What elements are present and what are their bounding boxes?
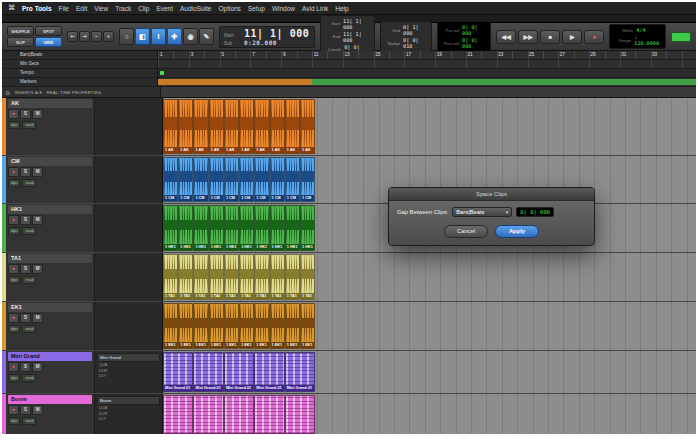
pre-roll-counter[interactable]: Pre-roll0| 0| 000 [441, 24, 487, 36]
main-counter[interactable]: Main 11| 1| 000 Sub 0:20.000 [219, 26, 315, 48]
solo-button[interactable]: S [20, 313, 31, 323]
audio-clip[interactable]: 1 TA1 [193, 254, 208, 300]
track-lane[interactable]: 1 TA11 TA11 TA11 TA11 TA11 TA11 TA11 TA1… [163, 253, 696, 301]
inserts-cell[interactable]: Mini GrandQUADURDLY [95, 351, 163, 393]
dyn-button[interactable]: dyn [8, 121, 20, 129]
solo-button[interactable]: S [20, 109, 31, 119]
gap-units-dropdown[interactable]: Bars|Beats ▾ [452, 207, 512, 217]
track-header[interactable]: Mini Grand●SMdynread [2, 351, 95, 393]
audio-clip[interactable]: 1 EK1 [193, 303, 208, 349]
inserts-cell[interactable]: BoomQUADURDLY [95, 394, 163, 434]
audio-clip[interactable]: 1 HK1 [239, 205, 254, 251]
zoom-out-button[interactable]: − [91, 31, 102, 42]
mute-button[interactable]: M [32, 362, 43, 372]
zoom-right-button[interactable]: ⇢ [79, 31, 90, 42]
audio-clip[interactable]: 1 EK1 [254, 303, 269, 349]
tempo-event-marker[interactable] [160, 71, 164, 75]
audio-clip[interactable]: 1 AK [178, 99, 193, 154]
midi-clip[interactable]: Boom-01 [224, 395, 254, 434]
audio-clip[interactable]: 1 AK [209, 99, 224, 154]
record-enable-button[interactable]: ● [8, 109, 19, 119]
audio-clip[interactable]: 1 EK1 [224, 303, 239, 349]
zoom-in-button[interactable]: + [103, 31, 114, 42]
audio-clip[interactable]: 1 TA1 [163, 254, 178, 300]
solo-button[interactable]: S [20, 215, 31, 225]
menu-item-audiosuite[interactable]: AudioSuite [180, 5, 211, 12]
mute-button[interactable]: M [32, 405, 43, 415]
midi-clip[interactable]: Boom-01 [254, 395, 284, 434]
audio-clip[interactable]: 1 AK [300, 99, 315, 154]
track-name[interactable]: EK1 [8, 303, 92, 312]
menu-item-track[interactable]: Track [115, 5, 131, 12]
scrubber-tool[interactable]: ◉ [183, 28, 198, 45]
inserts-cell[interactable] [95, 302, 163, 350]
tempo-ruler-lane[interactable] [158, 69, 696, 78]
dyn-button[interactable]: dyn [8, 374, 20, 382]
audio-clip[interactable]: 1 HK1 [163, 205, 178, 251]
audio-clip[interactable]: 1 CM [270, 157, 285, 202]
minsecs-ruler-lane[interactable] [158, 60, 696, 69]
audio-clip[interactable]: 1 CM [163, 157, 178, 202]
audio-clip[interactable]: 1 AK [224, 99, 239, 154]
inserts-cell[interactable] [95, 98, 163, 155]
automation-read-button[interactable]: read [22, 121, 36, 129]
mute-button[interactable]: M [32, 167, 43, 177]
dyn-button[interactable]: dyn [8, 276, 20, 284]
audio-clip[interactable]: 1 EK1 [209, 303, 224, 349]
solo-button[interactable]: S [20, 405, 31, 415]
ruler-label-tempo[interactable]: Tempo [2, 69, 157, 78]
insert-slot[interactable]: Boom [97, 396, 160, 405]
mute-button[interactable]: M [32, 215, 43, 225]
mute-button[interactable]: M [32, 264, 43, 274]
stop-button[interactable]: ■ [540, 30, 560, 44]
audio-clip[interactable]: 1 AK [163, 99, 178, 154]
edit-mode-spot[interactable]: SPOT [35, 26, 62, 36]
solo-button[interactable]: S [20, 264, 31, 274]
inserts-cell[interactable] [95, 156, 163, 203]
track-lane[interactable]: 1 AK1 AK1 AK1 AK1 AK1 AK1 AK1 AK1 AK1 AK [163, 98, 696, 155]
edit-mode-grid[interactable]: GRID [35, 37, 62, 47]
gap-value-field[interactable]: 0| 0| 000 [516, 207, 554, 217]
track-name[interactable]: Mini Grand [8, 352, 92, 361]
audio-clip[interactable]: 1 HK1 [270, 205, 285, 251]
bars-ruler-lane[interactable]: 13579111315171921232527293133 [158, 51, 696, 60]
midi-clip[interactable]: Boom-01 [285, 395, 315, 434]
mute-button[interactable]: M [32, 313, 43, 323]
tempo-value[interactable]: ♩ 120.0000 [634, 34, 662, 46]
ruler-label-barsbeats[interactable]: Bars|Beats [2, 51, 157, 60]
mute-button[interactable]: M [32, 109, 43, 119]
midi-clip[interactable]: Mini Grand-01 [193, 352, 223, 392]
audio-clip[interactable]: 1 EK1 [163, 303, 178, 349]
midi-clip[interactable]: Boom-01 [193, 395, 223, 434]
menu-item-edit[interactable]: Edit [76, 5, 87, 12]
record-enable-button[interactable]: ● [8, 264, 19, 274]
automation-read-button[interactable]: read [22, 417, 36, 425]
dyn-button[interactable]: dyn [8, 179, 20, 187]
main-counter-value[interactable]: 11| 1| 000 [244, 28, 309, 39]
audio-clip[interactable]: 1 CM [209, 157, 224, 202]
menu-item-help[interactable]: Help [335, 5, 348, 12]
menu-item-file[interactable]: File [59, 5, 69, 12]
dialog-title[interactable]: Space Clips [389, 188, 594, 201]
audio-clip[interactable]: 1 TA1 [254, 254, 269, 300]
audio-clip[interactable]: 1 HK1 [178, 205, 193, 251]
menu-item-clip[interactable]: Clip [138, 5, 149, 12]
audio-clip[interactable]: 1 HK1 [300, 205, 315, 251]
nudge-counter[interactable]: Nudge0| 0| 010 [384, 37, 428, 49]
marker-segment[interactable] [158, 79, 312, 85]
track-name[interactable]: HK1 [8, 205, 92, 214]
audio-clip[interactable]: 1 TA1 [285, 254, 300, 300]
apple-menu-icon[interactable]: ⌘ [8, 4, 15, 12]
record-button[interactable]: ● [584, 30, 604, 44]
midi-clip[interactable]: Mini Grand-01 [224, 352, 254, 392]
automation-read-button[interactable]: read [22, 227, 36, 235]
zoom-left-button[interactable]: ⇠ [67, 31, 78, 42]
track-lane[interactable]: 1 EK11 EK11 EK11 EK11 EK11 EK11 EK11 EK1… [163, 302, 696, 350]
grabber-tool[interactable]: ✚ [167, 28, 182, 45]
audio-clip[interactable]: 1 HK1 [254, 205, 269, 251]
solo-button[interactable]: S [20, 167, 31, 177]
audio-clip[interactable]: 1 HK1 [193, 205, 208, 251]
record-enable-button[interactable]: ● [8, 405, 19, 415]
audio-clip[interactable]: 1 EK1 [239, 303, 254, 349]
audio-clip[interactable]: 1 AK [254, 99, 269, 154]
